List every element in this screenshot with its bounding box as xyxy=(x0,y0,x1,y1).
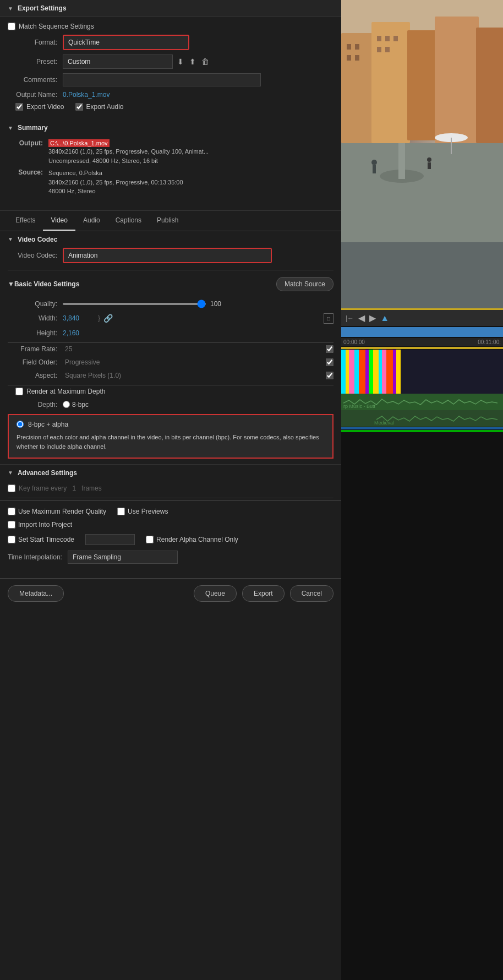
metadata-button[interactable]: Metadata... xyxy=(8,585,64,602)
svg-rect-24 xyxy=(341,242,503,308)
audio-label1: rp Music - Butt xyxy=(343,404,375,409)
output-name-label: Output Name: xyxy=(8,91,63,99)
cancel-button[interactable]: Cancel xyxy=(290,585,333,602)
advanced-settings-section: ▼ Advanced Settings Key frame every 1 fr… xyxy=(0,464,341,496)
depth-radio-8bpc[interactable] xyxy=(63,401,70,408)
source-details2: 48000 Hz, Stereo xyxy=(48,188,96,194)
set-start-timecode-checkbox[interactable] xyxy=(8,536,15,543)
time-interp-select[interactable]: Frame Sampling xyxy=(68,551,178,564)
preset-import-icon[interactable]: ⬆ xyxy=(188,56,197,67)
preset-select[interactable]: Custom xyxy=(63,55,173,69)
timecode-input[interactable]: 00:00:00:00 xyxy=(85,534,135,545)
advanced-settings-title: Advanced Settings xyxy=(18,469,77,477)
export-options-row: Export Video Export Audio xyxy=(8,103,333,115)
right-panel: |← ◀ ▶ ▲ 00:00:00 00:11:00: xyxy=(341,0,503,980)
queue-button[interactable]: Queue xyxy=(194,585,237,602)
max-render-quality-label: Use Maximum Render Quality xyxy=(18,508,106,515)
tab-effects[interactable]: Effects xyxy=(8,211,43,231)
preset-icons: ⬇ ⬆ 🗑 xyxy=(176,56,210,67)
bpc-alpha-row: 8-bpc + alpha xyxy=(17,421,325,428)
tab-video[interactable]: Video xyxy=(43,211,75,231)
timecode-start: 00:00:00 xyxy=(343,339,365,345)
height-label: Height: xyxy=(8,329,63,337)
render-max-depth-label: Render at Maximum Depth xyxy=(26,388,105,395)
keyframe-checkbox[interactable] xyxy=(8,484,15,492)
frame-rate-value: 25 xyxy=(65,345,72,353)
basic-video-arrow-icon: ▼ xyxy=(8,280,14,288)
svg-point-20 xyxy=(427,157,431,162)
source-label: Source: xyxy=(15,168,48,196)
width-value[interactable]: 3,840 xyxy=(63,314,96,322)
audio-label2: Medieval xyxy=(374,420,394,426)
divider3 xyxy=(8,385,333,385)
max-render-quality-checkbox[interactable] xyxy=(8,508,15,515)
comments-label: Comments: xyxy=(8,76,63,84)
comments-input[interactable] xyxy=(63,73,261,86)
export-settings-title: Export Settings xyxy=(18,4,67,12)
aspect-checkbox[interactable] xyxy=(326,372,333,379)
svg-rect-11 xyxy=(385,36,390,41)
bottom-checkboxes3: Set Start Timecode 00:00:00:00 Render Al… xyxy=(8,534,333,545)
city-scene-svg xyxy=(341,0,503,308)
comments-row: Comments: xyxy=(8,73,333,86)
preset-save-icon[interactable]: ⬇ xyxy=(176,56,185,67)
timeline-prev-button[interactable]: ◀ xyxy=(358,313,365,323)
clip-cyan2 xyxy=(354,350,359,394)
summary-header[interactable]: ▼ Summary xyxy=(8,119,333,136)
tab-publish[interactable]: Publish xyxy=(149,211,186,231)
clip-cyan xyxy=(341,350,346,394)
main-container: ▼ Export Settings Match Sequence Setting… xyxy=(0,0,503,980)
field-order-checkbox[interactable] xyxy=(326,358,333,366)
tab-captions[interactable]: Captions xyxy=(108,211,149,231)
timeline-left-marker-icon: |← xyxy=(346,314,354,322)
match-sequence-checkbox[interactable] xyxy=(8,23,15,30)
format-label: Format: xyxy=(8,39,63,46)
timeline-play-button[interactable]: ▶ xyxy=(369,313,376,323)
advanced-settings-header[interactable]: ▼ Advanced Settings xyxy=(8,465,333,481)
output-label: Output: xyxy=(15,139,48,165)
frame-rate-checkbox[interactable] xyxy=(326,345,333,353)
basic-video-title-group: ▼ Basic Video Settings xyxy=(8,280,79,288)
output-name-value[interactable]: 0.Polska_1.mov xyxy=(63,91,110,99)
tab-audio[interactable]: Audio xyxy=(75,211,108,231)
bottom-checkboxes: Use Maximum Render Quality Use Previews xyxy=(8,508,333,515)
render-max-depth-checkbox[interactable] xyxy=(15,388,23,395)
svg-rect-7 xyxy=(355,44,359,50)
codec-select[interactable]: Animation xyxy=(64,249,271,262)
section-divider xyxy=(8,498,333,498)
preset-delete-icon[interactable]: 🗑 xyxy=(200,56,210,67)
bpc-alpha-tooltip: 8-bpc + alpha Precision of each color an… xyxy=(8,414,333,459)
quality-slider[interactable] xyxy=(63,303,206,305)
svg-rect-13 xyxy=(377,47,381,52)
summary-section: Output: C:\...\0.Polska_1.mov 3840x2160 … xyxy=(8,136,333,205)
import-into-project-checkbox[interactable] xyxy=(8,521,15,529)
playhead-icon: ▲ xyxy=(380,313,389,323)
bottom-buttons: Metadata... Queue Export Cancel xyxy=(0,578,341,608)
format-select[interactable]: QuickTime xyxy=(64,36,188,49)
export-video-checkbox[interactable] xyxy=(15,103,23,111)
video-codec-header[interactable]: ▼ Video Codec xyxy=(8,231,333,248)
export-button[interactable]: Export xyxy=(242,585,285,602)
svg-rect-21 xyxy=(428,162,431,169)
height-value[interactable]: 2,160 xyxy=(63,329,96,337)
divider1 xyxy=(8,270,333,270)
waveform-svg2 xyxy=(343,414,497,425)
render-alpha-checkbox[interactable] xyxy=(146,536,154,543)
keyframe-label: Key frame every xyxy=(19,484,67,492)
use-previews-checkbox[interactable] xyxy=(117,508,125,515)
svg-rect-17 xyxy=(398,143,405,179)
svg-rect-3 xyxy=(407,30,438,140)
height-row: Height: 2,160 xyxy=(8,329,333,337)
aspect-value: Square Pixels (1.0) xyxy=(65,372,121,379)
export-audio-checkbox[interactable] xyxy=(75,103,83,111)
timeline-yellow-bar xyxy=(341,347,503,349)
export-video-row: Export Video xyxy=(15,103,64,111)
field-order-label: Field Order: xyxy=(8,358,63,366)
depth-radio-8bpc-alpha[interactable] xyxy=(17,421,24,428)
aspect-label: Aspect: xyxy=(8,372,63,379)
match-source-button[interactable]: Match Source xyxy=(276,277,333,291)
time-ruler: 00:00:00 00:11:00: xyxy=(341,338,503,346)
clip-pink xyxy=(349,350,354,394)
advanced-arrow-icon: ▼ xyxy=(8,470,13,476)
output-details: C:\...\0.Polska_1.mov 3840x2160 (1,0), 2… xyxy=(48,139,209,165)
